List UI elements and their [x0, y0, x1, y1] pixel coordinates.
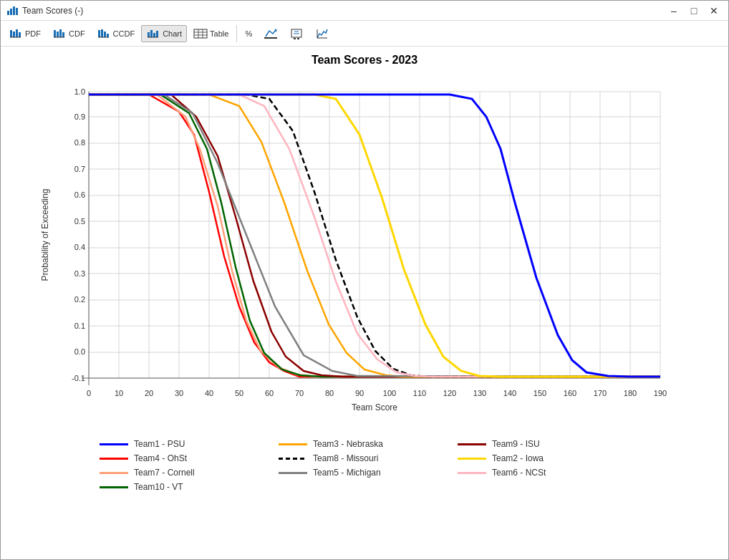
close-button[interactable]: ✕ — [705, 4, 723, 18]
svg-text:100: 100 — [383, 389, 396, 397]
svg-text:80: 80 — [325, 389, 334, 397]
percent-label: % — [245, 29, 252, 38]
window-title: Team Scores (-) — [22, 6, 83, 16]
pdf-label: PDF — [25, 29, 41, 38]
tool2-button[interactable] — [284, 25, 309, 42]
y-axis-label: Probability of Exceeding — [40, 189, 50, 281]
svg-rect-4 — [10, 30, 12, 37]
tool1-button[interactable] — [259, 25, 283, 42]
cdf-icon — [52, 28, 67, 39]
legend-label-team3: Team3 - Nebraska — [313, 439, 383, 449]
y-axis: -0.1 0.0 0.1 0.2 0.3 0.4 0.5 0.6 0.7 0.8… — [72, 87, 85, 382]
svg-text:0.0: 0.0 — [74, 347, 85, 356]
curve-team3 — [89, 95, 660, 377]
cdf-button[interactable]: CDF — [47, 25, 90, 42]
chart-icon-tb — [146, 28, 160, 39]
svg-rect-20 — [150, 30, 153, 37]
svg-rect-32 — [294, 38, 296, 39]
svg-rect-10 — [57, 32, 59, 37]
svg-text:40: 40 — [205, 389, 213, 397]
table-icon — [193, 28, 208, 39]
legend-label-team8: Team8 - Missouri — [313, 453, 378, 463]
svg-rect-21 — [153, 33, 155, 37]
x-axis-label: Team Score — [352, 402, 397, 412]
svg-text:0.8: 0.8 — [74, 138, 85, 147]
curve-team10 — [89, 95, 660, 377]
svg-text:-0.1: -0.1 — [72, 374, 85, 382]
curve-team8 — [89, 95, 660, 377]
svg-text:0.2: 0.2 — [74, 295, 85, 304]
svg-rect-15 — [101, 29, 103, 37]
x-axis: 0 10 20 30 40 50 60 70 80 90 100 110 120… — [87, 389, 667, 397]
svg-text:0.7: 0.7 — [74, 165, 85, 173]
svg-text:140: 140 — [503, 389, 516, 397]
main-window: Team Scores (-) – □ ✕ PDF — [0, 0, 729, 560]
legend-line-team10 — [100, 486, 128, 488]
chart-svg: 0 10 20 30 40 50 60 70 80 90 100 110 120… — [35, 77, 694, 428]
ccdf-button[interactable]: CCDF — [92, 25, 140, 42]
legend-line-team4 — [100, 458, 128, 460]
curve-team1 — [89, 95, 660, 377]
table-button[interactable]: Table — [188, 25, 233, 42]
legend-area: Team1 - PSU Team3 - Nebraska Team9 - ISU… — [42, 432, 687, 499]
legend-item-team7: Team7 - Cornell — [100, 468, 271, 478]
svg-text:110: 110 — [413, 389, 426, 397]
legend-label-team10: Team10 - VT — [134, 482, 183, 492]
tool2-icon — [289, 28, 304, 39]
svg-rect-7 — [19, 32, 21, 37]
legend-line-team9 — [458, 443, 486, 445]
svg-text:0.3: 0.3 — [74, 269, 85, 278]
chart-label: Chart — [163, 29, 182, 38]
svg-rect-1 — [10, 9, 12, 15]
svg-text:30: 30 — [175, 389, 183, 397]
svg-text:0.1: 0.1 — [74, 322, 85, 330]
pdf-button[interactable]: PDF — [4, 25, 46, 42]
legend-label-team5: Team5 - Michigan — [313, 468, 381, 478]
svg-text:170: 170 — [594, 389, 607, 397]
legend-label-team9: Team9 - ISU — [492, 439, 540, 449]
curve-team6 — [89, 95, 660, 377]
percent-button[interactable]: % — [240, 26, 257, 41]
curve-team2 — [89, 95, 660, 377]
svg-text:20: 20 — [145, 389, 153, 397]
legend-line-team2 — [458, 458, 486, 460]
svg-text:150: 150 — [534, 389, 546, 397]
svg-text:180: 180 — [624, 389, 637, 397]
svg-rect-12 — [62, 32, 64, 37]
svg-text:0: 0 — [87, 389, 91, 397]
legend-label-team7: Team7 - Cornell — [134, 468, 195, 478]
svg-text:0.4: 0.4 — [74, 243, 85, 251]
ccdf-icon — [97, 28, 111, 39]
svg-rect-2 — [13, 6, 15, 15]
maximize-button[interactable]: □ — [685, 4, 703, 18]
pdf-icon — [9, 28, 23, 39]
title-bar-left: Team Scores (-) — [6, 5, 83, 16]
svg-rect-33 — [297, 38, 299, 39]
svg-rect-14 — [98, 30, 100, 37]
tool3-button[interactable] — [310, 25, 334, 42]
legend-line-team1 — [100, 443, 128, 445]
legend-label-team6: Team6 - NCSt — [492, 468, 546, 478]
app-icon — [6, 5, 18, 16]
svg-rect-24 — [194, 29, 207, 38]
svg-text:130: 130 — [473, 389, 486, 397]
svg-rect-30 — [264, 37, 277, 39]
curve-team4 — [89, 95, 660, 377]
svg-text:1.0: 1.0 — [74, 87, 85, 96]
svg-rect-19 — [148, 32, 150, 37]
legend-item-team1: Team1 - PSU — [100, 439, 271, 449]
legend-line-team3 — [279, 443, 307, 445]
svg-rect-11 — [59, 29, 62, 37]
legend-line-team8 — [279, 458, 307, 460]
svg-text:190: 190 — [654, 389, 667, 397]
curve-team5 — [89, 95, 660, 377]
minimize-button[interactable]: – — [665, 4, 682, 18]
legend-item-team3: Team3 - Nebraska — [279, 439, 450, 449]
svg-rect-9 — [54, 30, 56, 37]
chart-title: Team Scores - 2023 — [312, 54, 417, 67]
chart-button[interactable]: Chart — [141, 25, 187, 42]
svg-text:120: 120 — [443, 389, 456, 397]
svg-text:60: 60 — [265, 389, 274, 397]
svg-rect-6 — [16, 29, 18, 37]
svg-rect-16 — [104, 32, 106, 37]
